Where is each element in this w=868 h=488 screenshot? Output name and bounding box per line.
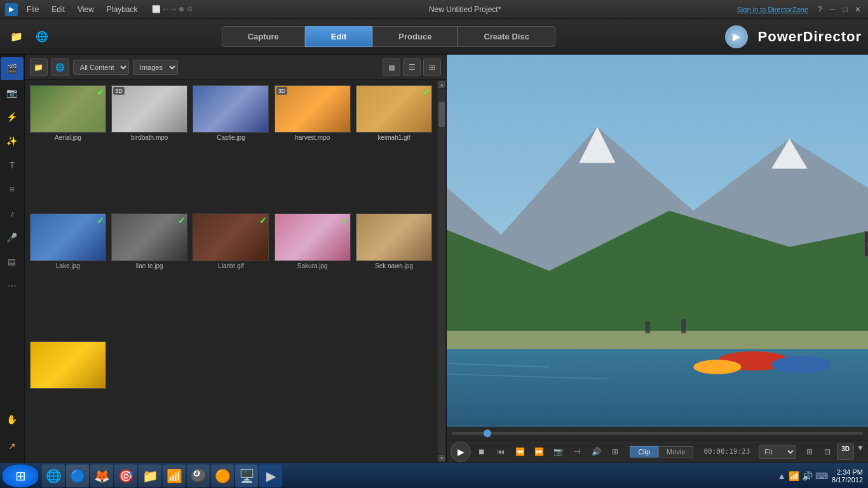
check-icon: ✓ (97, 87, 104, 97)
taskbar-ie-icon[interactable]: 🌐 (42, 464, 65, 487)
sidebar-media-btn[interactable]: 🎬 (1, 57, 24, 80)
media-cloud-btn[interactable]: 🌐 (51, 58, 69, 76)
scroll-thumb[interactable] (438, 102, 445, 127)
media-item-aerial[interactable]: ✓ Aerial.jpg (30, 85, 106, 208)
download-button[interactable]: 🌐 (32, 27, 52, 47)
maximize-button[interactable]: □ (840, 4, 850, 15)
taskbar-folder-icon[interactable]: 📁 (139, 464, 161, 487)
tab-produce[interactable]: Produce (372, 26, 458, 47)
volume-btn[interactable]: 🔊 (588, 444, 604, 460)
app-icon: ▶ (5, 3, 18, 16)
grid-view-btn[interactable]: ⊞ (423, 58, 441, 76)
taskbar-blender-icon[interactable]: 🎱 (187, 464, 210, 487)
content-filter-select[interactable]: All Content Video Photo Audio (73, 60, 129, 75)
svg-rect-13 (447, 331, 868, 349)
titlebar: ▶ File Edit View Playback ⬜ ↩ ↪ ⏺ ⚙ New … (0, 0, 868, 19)
media-item-seknawn[interactable]: Sek nawn.jpg (356, 214, 432, 337)
3d-settings-btn[interactable]: ▼ (857, 444, 864, 460)
prev-clip-btn[interactable]: ⊣ (569, 444, 585, 460)
media-item-flowers[interactable] (30, 341, 106, 458)
sidebar-audio-btn[interactable]: ♪ (1, 202, 24, 225)
clip-mode-tab[interactable]: Clip (630, 446, 658, 458)
tray-network-icon[interactable]: 📶 (789, 471, 799, 481)
media-item-keimah[interactable]: ✓ keimah1.gif (356, 85, 432, 208)
scroll-up-btn[interactable]: ▲ (438, 81, 445, 88)
sidebar-voice-btn[interactable]: 🎤 (1, 226, 24, 249)
prev-frame-btn[interactable]: ⏮ (492, 444, 509, 460)
media-item-harvest[interactable]: 3D harvest.mpo (275, 85, 351, 208)
sidebar-more-btn[interactable]: ⋯ (1, 274, 24, 297)
sidebar-subtitles-btn[interactable]: ▤ (1, 250, 24, 273)
menu-file[interactable]: File (22, 4, 44, 15)
import-button[interactable]: 📁 (6, 27, 27, 47)
tray-volume-icon[interactable]: 🔊 (802, 471, 813, 481)
titlebar-left: ▶ File Edit View Playback ⬜ ↩ ↪ ⏺ ⚙ (5, 3, 193, 16)
media-item-castle[interactable]: Castle.jpg (193, 85, 269, 208)
stop-button[interactable]: ⏹ (473, 444, 490, 460)
play-button[interactable]: ▶ (451, 442, 471, 462)
scrubber-bar[interactable] (452, 432, 863, 435)
check-icon-sakura: ✓ (341, 215, 349, 226)
media-label-castle: Castle.jpg (217, 134, 245, 141)
tray-up-icon[interactable]: ▲ (777, 471, 786, 481)
sidebar-hand-tool[interactable]: ✋ (1, 408, 24, 431)
media-label-sakura: Sakura.jpg (297, 262, 328, 269)
media-thumb-birdbath: 3D (111, 85, 187, 133)
sidebar-effect-btn[interactable]: ✨ (1, 130, 24, 152)
tab-edit[interactable]: Edit (305, 26, 373, 47)
taskbar-video-icon[interactable]: 🖥️ (235, 464, 258, 487)
safe-zone-btn[interactable]: ⊡ (819, 444, 836, 460)
3d-preview-btn[interactable]: 3D (837, 444, 854, 460)
media-item-birdbath[interactable]: 3D birdbath.mpo (111, 85, 187, 208)
tray-keyboard-icon[interactable]: ⌨ (815, 471, 828, 481)
movie-mode-tab[interactable]: Movie (658, 446, 693, 458)
tab-capture[interactable]: Capture (222, 26, 305, 47)
sidebar-transition-btn[interactable]: ⚡ (1, 105, 24, 128)
taskbar-clock: 2:34 PM 8/17/2012 (832, 468, 863, 484)
media-item-sakura[interactable]: ✓ Sakura.jpg (275, 214, 351, 337)
grid-overlay-btn[interactable]: ⊞ (801, 444, 818, 460)
taskbar-network-icon[interactable]: 📶 (163, 464, 186, 487)
menu-edit[interactable]: Edit (46, 4, 70, 15)
type-filter-select[interactable]: Images Video All (133, 60, 178, 75)
check-icon-liante-jpg: ✓ (178, 215, 186, 226)
close-button[interactable]: ✕ (853, 4, 863, 15)
filmstrip-view-btn[interactable]: ▦ (383, 58, 400, 76)
check-icon-liante-gif: ✓ (259, 215, 267, 226)
taskbar-chrome-icon[interactable]: 🔵 (66, 464, 89, 487)
sidebar-chapters-btn[interactable]: ≡ (1, 178, 24, 201)
minimize-button[interactable]: ─ (827, 4, 837, 15)
taskbar-orange-icon[interactable]: 🟠 (211, 464, 234, 487)
menu-playback[interactable]: Playback (102, 4, 143, 15)
taskbar-media-icon[interactable]: 🎯 (114, 464, 137, 487)
fit-select[interactable]: Fit 100% 75% (759, 445, 796, 459)
fullscreen-btn[interactable]: ⊞ (607, 444, 623, 460)
taskbar-powerdirector-icon[interactable]: ▶ (259, 464, 282, 487)
scrubber-thumb[interactable] (484, 430, 491, 437)
titlebar-menu: File Edit View Playback (22, 4, 143, 15)
sidebar-text-btn[interactable]: T (1, 154, 24, 177)
media-label-lake: Lake.jpg (56, 262, 80, 269)
start-button[interactable]: ⊞ (3, 464, 38, 487)
taskbar-firefox-icon[interactable]: 🦊 (90, 464, 113, 487)
list-view-btn[interactable]: ☰ (403, 58, 421, 76)
media-label-seknawn: Sek nawn.jpg (375, 262, 413, 269)
scroll-down-btn[interactable]: ▼ (438, 455, 445, 461)
media-folder-btn[interactable]: 📁 (30, 58, 48, 76)
media-item-liante-jpg[interactable]: ✓ lian te.jpg (111, 214, 187, 337)
media-item-lake[interactable]: ✓ Lake.jpg (30, 214, 106, 337)
preview-scene (447, 55, 868, 427)
panel-collapse-btn[interactable]: ◂ (864, 231, 868, 257)
sidebar-arrow-tool[interactable]: ↗ (1, 435, 24, 458)
prev-step-btn[interactable]: ⏪ (512, 444, 528, 460)
signin-link[interactable]: Sign in to DirectorZone (737, 6, 809, 13)
snapshot-btn[interactable]: 📷 (550, 444, 566, 460)
media-label-liante-jpg: lian te.jpg (136, 262, 163, 269)
fit-selector: Fit 100% 75% (759, 445, 796, 459)
media-item-liante-gif[interactable]: ✓ Liante.gif (193, 214, 269, 337)
help-button[interactable]: ? (815, 4, 825, 15)
tab-create-disc[interactable]: Create Disc (458, 26, 555, 47)
next-step-btn[interactable]: ⏩ (531, 444, 547, 460)
menu-view[interactable]: View (72, 4, 99, 15)
sidebar-photo-btn[interactable]: 📷 (1, 81, 24, 104)
